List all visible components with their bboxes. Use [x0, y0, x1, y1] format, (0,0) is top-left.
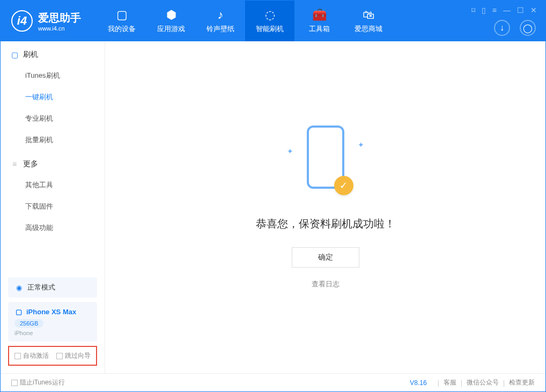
- footer-link-update[interactable]: 检查更新: [509, 378, 535, 387]
- menu-icon[interactable]: ≡: [492, 6, 497, 14]
- checkbox-label: 跳过向导: [65, 351, 91, 360]
- checkbox-label: 阻止iTunes运行: [20, 378, 65, 387]
- refresh-icon: ◌: [265, 8, 275, 22]
- shirt-icon[interactable]: ⌑: [471, 6, 475, 14]
- mode-status[interactable]: ◉ 正常模式: [8, 277, 97, 298]
- footer-link-wechat[interactable]: 微信公众号: [467, 378, 499, 387]
- sparkle-icon: ✦: [358, 140, 364, 149]
- body: ▢ 刷机 iTunes刷机 一键刷机 专业刷机 批量刷机 ≡ 更多 其他工具 下…: [1, 41, 545, 373]
- section-title: 更多: [23, 159, 38, 169]
- footer: 阻止iTunes运行 V8.16 | 客服 | 微信公众号 | 检查更新: [1, 373, 545, 391]
- tab-label: 工具箱: [309, 24, 330, 34]
- sidebar-section-more: ≡ 更多: [1, 151, 105, 174]
- tab-ringtones-wallpapers[interactable]: ♪ 铃声壁纸: [196, 1, 245, 41]
- checkbox-auto-activate[interactable]: 自动激活: [14, 351, 49, 360]
- footer-right: V8.16 | 客服 | 微信公众号 | 检查更新: [410, 378, 535, 387]
- tab-label: 应用游戏: [157, 24, 185, 34]
- tab-label: 智能刷机: [256, 24, 284, 34]
- app-title: 爱思助手: [38, 11, 81, 25]
- footer-link-service[interactable]: 客服: [444, 378, 456, 387]
- header-actions: ↓ ◯: [494, 20, 536, 36]
- account-button[interactable]: ◯: [520, 20, 536, 36]
- header: i4 爱思助手 www.i4.cn ▢ 我的设备 ⬢ 应用游戏 ♪ 铃声壁纸 ◌…: [1, 1, 545, 41]
- cube-icon: ⬢: [166, 8, 176, 22]
- sidebar-item-download-firmware[interactable]: 下载固件: [1, 196, 105, 217]
- checkbox-icon: [11, 380, 18, 386]
- sparkle-icon: ✦: [287, 147, 293, 156]
- checkbox-skip-guide[interactable]: 跳过向导: [56, 351, 91, 360]
- device-capacity: 256GB: [14, 319, 43, 328]
- music-icon: ♪: [218, 8, 224, 22]
- tab-store[interactable]: 🛍 爱思商城: [344, 1, 393, 41]
- options-highlighted: 自动激活 跳过向导: [8, 346, 97, 366]
- maximize-icon[interactable]: ☐: [517, 6, 524, 14]
- list-icon: ≡: [10, 160, 19, 168]
- sidebar-item-other-tools[interactable]: 其他工具: [1, 174, 105, 196]
- check-badge-icon: ✓: [334, 176, 353, 195]
- checkbox-icon: [56, 353, 63, 359]
- logo-text: 爱思助手 www.i4.cn: [38, 11, 81, 32]
- success-message: 恭喜您，保资料刷机成功啦！: [256, 217, 395, 231]
- download-button[interactable]: ↓: [494, 20, 510, 36]
- device-name: iPhone XS Max: [26, 308, 76, 316]
- ok-button[interactable]: 确定: [292, 247, 359, 268]
- bag-icon: 🛍: [363, 8, 374, 22]
- tab-toolbox[interactable]: 🧰 工具箱: [294, 1, 344, 41]
- logo-area: i4 爱思助手 www.i4.cn: [11, 10, 81, 32]
- version-label: V8.16: [410, 379, 426, 387]
- sidebar-item-advanced[interactable]: 高级功能: [1, 217, 105, 239]
- section-title: 刷机: [23, 50, 38, 60]
- logo-icon: i4: [11, 10, 33, 32]
- mode-icon: ◉: [14, 283, 23, 292]
- sidebar-item-oneclick-flash[interactable]: 一键刷机: [1, 86, 105, 108]
- tab-label: 铃声壁纸: [206, 24, 234, 34]
- view-log-link[interactable]: 查看日志: [312, 279, 340, 289]
- sidebar-section-flash: ▢ 刷机: [1, 41, 105, 65]
- success-illustration: ✦ ✦ ✓: [277, 125, 374, 201]
- main-content: ✦ ✦ ✓ 恭喜您，保资料刷机成功啦！ 确定 查看日志: [105, 41, 545, 373]
- sidebar-item-pro-flash[interactable]: 专业刷机: [1, 108, 105, 129]
- close-icon[interactable]: ✕: [530, 6, 537, 14]
- sidebar-item-itunes-flash[interactable]: iTunes刷机: [1, 65, 105, 86]
- book-icon[interactable]: ▯: [482, 6, 486, 14]
- tab-bar: ▢ 我的设备 ⬢ 应用游戏 ♪ 铃声壁纸 ◌ 智能刷机 🧰 工具箱 🛍 爱思商城: [97, 1, 393, 41]
- footer-left: 阻止iTunes运行: [11, 378, 65, 387]
- tab-apps-games[interactable]: ⬢ 应用游戏: [146, 1, 196, 41]
- minimize-icon[interactable]: —: [503, 6, 511, 14]
- device-name-row: ▢ iPhone XS Max: [14, 307, 91, 316]
- checkbox-icon: [14, 353, 21, 359]
- mode-label: 正常模式: [27, 283, 55, 292]
- checkbox-block-itunes[interactable]: 阻止iTunes运行: [11, 378, 65, 387]
- tab-smart-flash[interactable]: ◌ 智能刷机: [245, 1, 294, 41]
- window-controls: ⌑ ▯ ≡ — ☐ ✕: [471, 6, 537, 14]
- sidebar: ▢ 刷机 iTunes刷机 一键刷机 专业刷机 批量刷机 ≡ 更多 其他工具 下…: [1, 41, 105, 373]
- device-type: iPhone: [14, 330, 91, 336]
- phone-icon: ▢: [14, 307, 23, 316]
- toolbox-icon: 🧰: [312, 8, 327, 22]
- app-subtitle: www.i4.cn: [38, 25, 81, 32]
- app-window: i4 爱思助手 www.i4.cn ▢ 我的设备 ⬢ 应用游戏 ♪ 铃声壁纸 ◌…: [0, 0, 546, 392]
- device-info[interactable]: ▢ iPhone XS Max 256GB iPhone: [8, 302, 97, 342]
- tab-my-device[interactable]: ▢ 我的设备: [97, 1, 146, 41]
- sidebar-item-batch-flash[interactable]: 批量刷机: [1, 129, 105, 151]
- checkbox-label: 自动激活: [23, 351, 49, 360]
- tab-label: 我的设备: [108, 24, 136, 34]
- tab-label: 爱思商城: [355, 24, 382, 34]
- phone-icon: ▢: [10, 50, 19, 59]
- device-icon: ▢: [116, 8, 128, 22]
